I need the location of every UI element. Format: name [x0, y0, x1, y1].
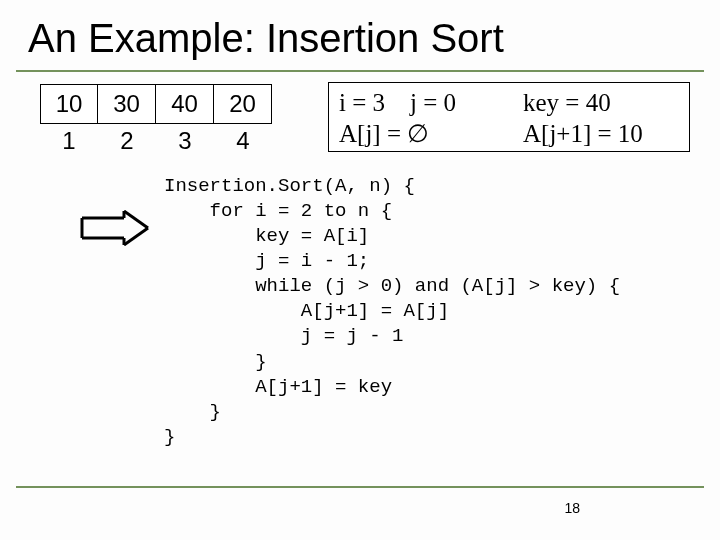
array-cell: 20	[214, 84, 272, 124]
page-number: 18	[564, 500, 580, 516]
status-key: key = 40	[523, 87, 679, 118]
bottom-divider	[16, 486, 704, 488]
array-cell: 40	[156, 84, 214, 124]
svg-line-5	[124, 211, 148, 228]
status-aj1: A[j+1] = 10	[523, 118, 679, 149]
array-index-row: 1 2 3 4	[40, 126, 272, 156]
array-cells-row: 10 30 40 20	[40, 84, 272, 124]
array-index: 3	[156, 126, 214, 156]
array-cell: 10	[40, 84, 98, 124]
array-index: 2	[98, 126, 156, 156]
title-divider	[16, 70, 704, 72]
status-i: i = 3	[339, 89, 385, 116]
double-right-arrow-icon	[80, 210, 152, 246]
svg-line-6	[124, 228, 148, 245]
status-j: j = 0	[410, 89, 456, 116]
slide-title: An Example: Insertion Sort	[28, 16, 504, 61]
array-display: 10 30 40 20 1 2 3 4	[40, 84, 272, 156]
array-index: 1	[40, 126, 98, 156]
code-block: Insertion.Sort(A, n) { for i = 2 to n { …	[164, 174, 620, 450]
status-aj: A[j] = ∅	[339, 118, 523, 149]
status-box: i = 3 j = 0 key = 40 A[j] = ∅ A[j+1] = 1…	[328, 82, 690, 152]
array-index: 4	[214, 126, 272, 156]
slide: An Example: Insertion Sort 10 30 40 20 1…	[0, 0, 720, 540]
array-cell: 30	[98, 84, 156, 124]
